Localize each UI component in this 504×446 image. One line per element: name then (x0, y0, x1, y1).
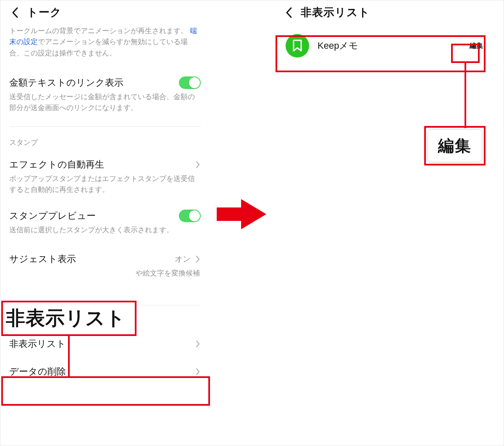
effect-autoplay-title: エフェクトの自動再生 (9, 158, 104, 171)
connector-line (465, 63, 466, 128)
suggest-value-wrap: オン (175, 254, 201, 265)
right-title: 非表示リスト (301, 5, 370, 20)
hidden-list-callout: 非表示リスト (3, 302, 134, 335)
connector-line (68, 336, 70, 378)
suggest-row[interactable]: サジェスト表示 オン (9, 236, 201, 265)
divider (9, 126, 201, 127)
chevron-right-icon (195, 339, 201, 349)
chevron-right-icon (195, 254, 201, 264)
effect-autoplay-row[interactable]: エフェクトの自動再生 (9, 147, 201, 171)
stamp-section-label: スタンプ (9, 138, 201, 147)
left-screen: トーク トークルームの背景でアニメーションが再生されます。 端末の設定でアニメー… (0, 0, 210, 446)
data-delete-row[interactable]: データの削除 (9, 350, 201, 378)
back-icon[interactable] (9, 7, 21, 18)
suggest-title: サジェスト表示 (9, 253, 76, 265)
stamp-preview-title: スタンププレビュー (9, 210, 96, 222)
left-title: トーク (27, 5, 62, 20)
stamp-preview-row[interactable]: スタンププレビュー (9, 195, 201, 222)
edit-callout: 編集 (428, 129, 482, 162)
left-header: トーク (0, 0, 210, 24)
suggest-desc-fragment: や絵文字を変換候補 (9, 268, 201, 279)
right-header: 非表示リスト (277, 0, 496, 24)
amount-link-toggle[interactable] (179, 76, 201, 89)
chevron-right-icon (195, 367, 201, 376)
hidden-list-title: 非表示リスト (9, 338, 66, 350)
item-name: Keepメモ (318, 39, 465, 52)
amount-link-title: 金額テキストのリンク表示 (9, 76, 123, 89)
stamp-preview-toggle[interactable] (179, 210, 201, 222)
suggest-value: オン (175, 254, 191, 265)
chevron-right-icon (195, 160, 201, 169)
right-screen: 非表示リスト Keepメモ 編集 (277, 0, 496, 63)
edit-button[interactable]: 編集 (465, 39, 487, 53)
animation-desc: トークルームの背景でアニメーションが再生されます。 端末の設定でアニメーションを… (9, 26, 201, 59)
amount-link-desc: 送受信したメッセージに金額が含まれている場合、金額の部分が送金画面へのリンクにな… (9, 92, 201, 114)
animation-desc-pre: トークルームの背景でアニメーションが再生されます。 (9, 27, 188, 35)
back-icon[interactable] (283, 7, 295, 18)
hidden-list-item[interactable]: Keepメモ 編集 (277, 28, 496, 63)
data-delete-title: データの削除 (9, 365, 66, 378)
amount-link-row[interactable]: 金額テキストのリンク表示 (9, 59, 201, 89)
stamp-preview-desc: 送信前に選択したスタンプが大きく表示されます。 (9, 225, 201, 236)
red-arrow-icon (217, 197, 267, 233)
effect-autoplay-desc: ポップアップスタンプまたはエフェクトスタンプを送受信すると自動的に再生されます。 (9, 173, 201, 196)
keep-memo-avatar (286, 34, 309, 58)
